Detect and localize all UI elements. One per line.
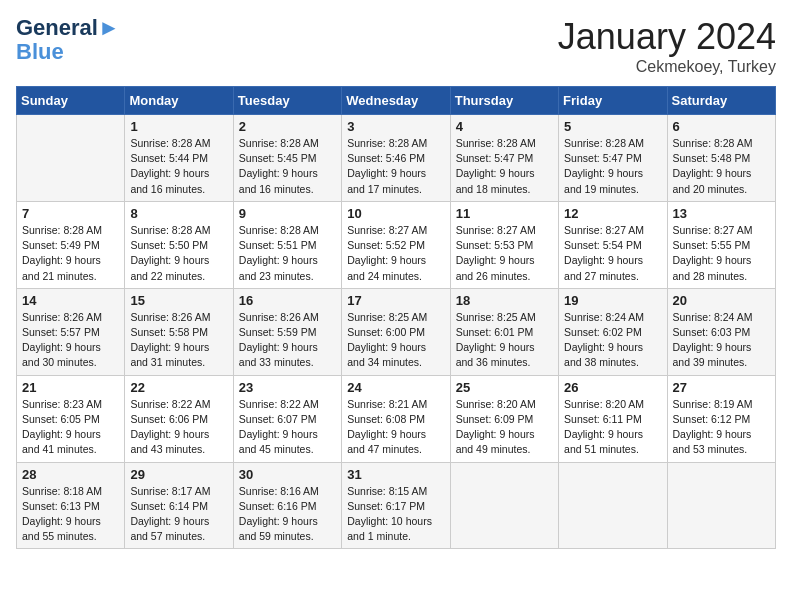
day-number: 28 — [22, 467, 119, 482]
day-info: Sunrise: 8:27 AMSunset: 5:55 PMDaylight:… — [673, 223, 770, 284]
day-info: Sunrise: 8:28 AMSunset: 5:49 PMDaylight:… — [22, 223, 119, 284]
day-number: 2 — [239, 119, 336, 134]
day-number: 7 — [22, 206, 119, 221]
calendar-cell: 30Sunrise: 8:16 AMSunset: 6:16 PMDayligh… — [233, 462, 341, 549]
day-number: 19 — [564, 293, 661, 308]
day-info: Sunrise: 8:28 AMSunset: 5:45 PMDaylight:… — [239, 136, 336, 197]
weekday-header: Thursday — [450, 87, 558, 115]
calendar-cell: 7Sunrise: 8:28 AMSunset: 5:49 PMDaylight… — [17, 201, 125, 288]
day-info: Sunrise: 8:20 AMSunset: 6:09 PMDaylight:… — [456, 397, 553, 458]
calendar-cell: 14Sunrise: 8:26 AMSunset: 5:57 PMDayligh… — [17, 288, 125, 375]
calendar-cell: 6Sunrise: 8:28 AMSunset: 5:48 PMDaylight… — [667, 115, 775, 202]
calendar-cell: 4Sunrise: 8:28 AMSunset: 5:47 PMDaylight… — [450, 115, 558, 202]
calendar-cell: 17Sunrise: 8:25 AMSunset: 6:00 PMDayligh… — [342, 288, 450, 375]
calendar-week-row: 21Sunrise: 8:23 AMSunset: 6:05 PMDayligh… — [17, 375, 776, 462]
day-number: 30 — [239, 467, 336, 482]
day-info: Sunrise: 8:24 AMSunset: 6:03 PMDaylight:… — [673, 310, 770, 371]
weekday-header: Wednesday — [342, 87, 450, 115]
day-number: 4 — [456, 119, 553, 134]
calendar-cell: 22Sunrise: 8:22 AMSunset: 6:06 PMDayligh… — [125, 375, 233, 462]
calendar-cell: 28Sunrise: 8:18 AMSunset: 6:13 PMDayligh… — [17, 462, 125, 549]
calendar-cell: 3Sunrise: 8:28 AMSunset: 5:46 PMDaylight… — [342, 115, 450, 202]
calendar-cell — [450, 462, 558, 549]
day-number: 14 — [22, 293, 119, 308]
calendar-cell: 10Sunrise: 8:27 AMSunset: 5:52 PMDayligh… — [342, 201, 450, 288]
day-info: Sunrise: 8:22 AMSunset: 6:07 PMDaylight:… — [239, 397, 336, 458]
day-info: Sunrise: 8:18 AMSunset: 6:13 PMDaylight:… — [22, 484, 119, 545]
calendar-week-row: 28Sunrise: 8:18 AMSunset: 6:13 PMDayligh… — [17, 462, 776, 549]
day-number: 21 — [22, 380, 119, 395]
calendar-cell: 8Sunrise: 8:28 AMSunset: 5:50 PMDaylight… — [125, 201, 233, 288]
calendar-cell: 2Sunrise: 8:28 AMSunset: 5:45 PMDaylight… — [233, 115, 341, 202]
day-number: 12 — [564, 206, 661, 221]
day-number: 31 — [347, 467, 444, 482]
calendar-cell: 18Sunrise: 8:25 AMSunset: 6:01 PMDayligh… — [450, 288, 558, 375]
day-info: Sunrise: 8:15 AMSunset: 6:17 PMDaylight:… — [347, 484, 444, 545]
day-number: 27 — [673, 380, 770, 395]
day-info: Sunrise: 8:25 AMSunset: 6:00 PMDaylight:… — [347, 310, 444, 371]
day-info: Sunrise: 8:28 AMSunset: 5:51 PMDaylight:… — [239, 223, 336, 284]
day-info: Sunrise: 8:16 AMSunset: 6:16 PMDaylight:… — [239, 484, 336, 545]
day-number: 26 — [564, 380, 661, 395]
day-number: 3 — [347, 119, 444, 134]
day-info: Sunrise: 8:28 AMSunset: 5:44 PMDaylight:… — [130, 136, 227, 197]
day-number: 1 — [130, 119, 227, 134]
weekday-header: Tuesday — [233, 87, 341, 115]
day-info: Sunrise: 8:28 AMSunset: 5:47 PMDaylight:… — [456, 136, 553, 197]
day-number: 5 — [564, 119, 661, 134]
logo: General► Blue — [16, 16, 120, 64]
day-info: Sunrise: 8:28 AMSunset: 5:50 PMDaylight:… — [130, 223, 227, 284]
calendar-cell: 25Sunrise: 8:20 AMSunset: 6:09 PMDayligh… — [450, 375, 558, 462]
day-info: Sunrise: 8:17 AMSunset: 6:14 PMDaylight:… — [130, 484, 227, 545]
calendar-header-row: SundayMondayTuesdayWednesdayThursdayFrid… — [17, 87, 776, 115]
calendar-week-row: 1Sunrise: 8:28 AMSunset: 5:44 PMDaylight… — [17, 115, 776, 202]
day-number: 10 — [347, 206, 444, 221]
weekday-header: Friday — [559, 87, 667, 115]
calendar-week-row: 7Sunrise: 8:28 AMSunset: 5:49 PMDaylight… — [17, 201, 776, 288]
day-number: 9 — [239, 206, 336, 221]
day-info: Sunrise: 8:22 AMSunset: 6:06 PMDaylight:… — [130, 397, 227, 458]
day-info: Sunrise: 8:23 AMSunset: 6:05 PMDaylight:… — [22, 397, 119, 458]
calendar-cell: 1Sunrise: 8:28 AMSunset: 5:44 PMDaylight… — [125, 115, 233, 202]
day-number: 25 — [456, 380, 553, 395]
day-number: 8 — [130, 206, 227, 221]
day-number: 23 — [239, 380, 336, 395]
weekday-header: Saturday — [667, 87, 775, 115]
day-number: 20 — [673, 293, 770, 308]
day-info: Sunrise: 8:28 AMSunset: 5:48 PMDaylight:… — [673, 136, 770, 197]
calendar-cell: 12Sunrise: 8:27 AMSunset: 5:54 PMDayligh… — [559, 201, 667, 288]
day-info: Sunrise: 8:25 AMSunset: 6:01 PMDaylight:… — [456, 310, 553, 371]
logo-blue: Blue — [16, 40, 120, 64]
location-subtitle: Cekmekoey, Turkey — [558, 58, 776, 76]
day-info: Sunrise: 8:19 AMSunset: 6:12 PMDaylight:… — [673, 397, 770, 458]
day-info: Sunrise: 8:28 AMSunset: 5:47 PMDaylight:… — [564, 136, 661, 197]
day-number: 18 — [456, 293, 553, 308]
calendar-cell: 26Sunrise: 8:20 AMSunset: 6:11 PMDayligh… — [559, 375, 667, 462]
weekday-header: Sunday — [17, 87, 125, 115]
day-number: 22 — [130, 380, 227, 395]
calendar-cell: 9Sunrise: 8:28 AMSunset: 5:51 PMDaylight… — [233, 201, 341, 288]
weekday-header: Monday — [125, 87, 233, 115]
day-number: 11 — [456, 206, 553, 221]
day-number: 16 — [239, 293, 336, 308]
calendar-cell: 11Sunrise: 8:27 AMSunset: 5:53 PMDayligh… — [450, 201, 558, 288]
logo-text: General► — [16, 16, 120, 40]
day-number: 13 — [673, 206, 770, 221]
calendar-table: SundayMondayTuesdayWednesdayThursdayFrid… — [16, 86, 776, 549]
calendar-cell — [559, 462, 667, 549]
calendar-cell: 21Sunrise: 8:23 AMSunset: 6:05 PMDayligh… — [17, 375, 125, 462]
day-number: 15 — [130, 293, 227, 308]
day-info: Sunrise: 8:24 AMSunset: 6:02 PMDaylight:… — [564, 310, 661, 371]
calendar-cell: 20Sunrise: 8:24 AMSunset: 6:03 PMDayligh… — [667, 288, 775, 375]
calendar-cell: 23Sunrise: 8:22 AMSunset: 6:07 PMDayligh… — [233, 375, 341, 462]
calendar-cell — [17, 115, 125, 202]
calendar-cell: 15Sunrise: 8:26 AMSunset: 5:58 PMDayligh… — [125, 288, 233, 375]
page-header: General► Blue January 2024 Cekmekoey, Tu… — [16, 16, 776, 76]
month-title: January 2024 — [558, 16, 776, 58]
day-info: Sunrise: 8:26 AMSunset: 5:58 PMDaylight:… — [130, 310, 227, 371]
title-block: January 2024 Cekmekoey, Turkey — [558, 16, 776, 76]
day-number: 17 — [347, 293, 444, 308]
calendar-cell: 13Sunrise: 8:27 AMSunset: 5:55 PMDayligh… — [667, 201, 775, 288]
day-info: Sunrise: 8:21 AMSunset: 6:08 PMDaylight:… — [347, 397, 444, 458]
calendar-cell: 16Sunrise: 8:26 AMSunset: 5:59 PMDayligh… — [233, 288, 341, 375]
